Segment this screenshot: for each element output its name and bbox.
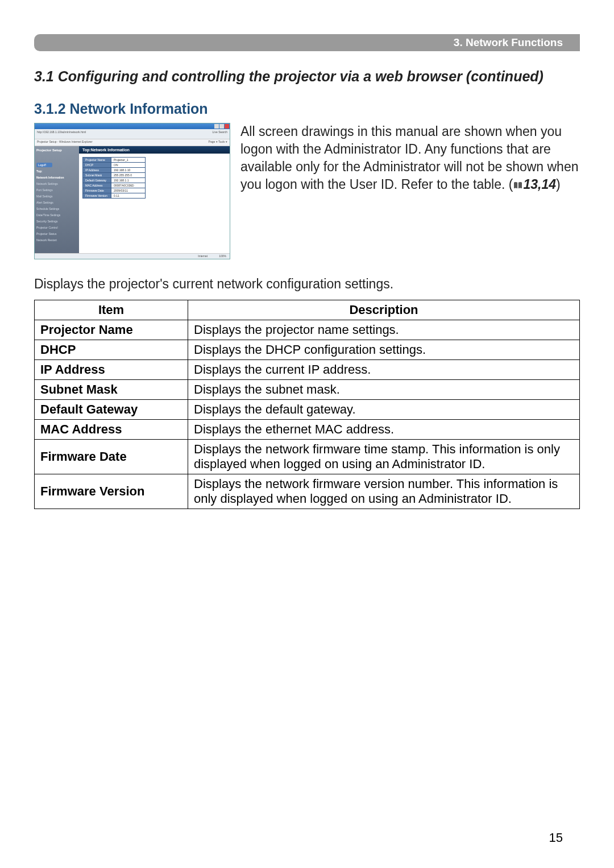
- book-icon: [513, 181, 523, 189]
- table-row: Default GatewayDisplays the default gate…: [35, 400, 580, 420]
- sidebar-item: Schedule Settings: [36, 206, 77, 211]
- screenshot-logoff: Logoff: [36, 163, 52, 167]
- table-row: IP AddressDisplays the current IP addres…: [35, 360, 580, 380]
- page-reference: 13,14: [523, 177, 556, 192]
- screenshot-sidebar-title: Projector Setup: [36, 148, 77, 161]
- table-row: MAC AddressDisplays the ethernet MAC add…: [35, 420, 580, 440]
- col-header-description: Description: [188, 300, 580, 320]
- screenshot-browser-window: http://192.168.1.10/admin/network.html L…: [34, 123, 230, 259]
- table-row: Firmware VersionDisplays the network fir…: [35, 474, 580, 509]
- sidebar-item: Top:: [36, 169, 77, 173]
- chapter-title: 3. Network Functions: [454, 36, 563, 49]
- screenshot-search: Live Search: [213, 130, 227, 138]
- section-title: 3.1 Configuring and controlling the proj…: [34, 68, 580, 85]
- screenshot-main: Top:Network Information Projector NamePr…: [79, 146, 230, 253]
- table-row: Firmware DateDisplays the network firmwa…: [35, 440, 580, 474]
- table-row: Projector NameDisplays the projector nam…: [35, 320, 580, 340]
- table-row: Subnet MaskDisplays the subnet mask.: [35, 380, 580, 400]
- table-row: DHCPDisplays the DHCP configuration sett…: [35, 340, 580, 360]
- page-number: 15: [549, 830, 563, 845]
- screenshot-addressbar: http://192.168.1.10/admin/network.html L…: [35, 129, 230, 139]
- screenshot-statusbar: Internet 100%: [35, 253, 230, 259]
- sidebar-item: Projector Control: [36, 225, 77, 230]
- sidebar-item: Network Information: [36, 175, 77, 180]
- min-icon: [214, 124, 219, 129]
- intro-paragraph: All screen drawings in this manual are s…: [240, 123, 580, 193]
- screenshot-url: http://192.168.1.10/admin/network.html: [37, 130, 86, 138]
- screenshot-sidebar: Projector Setup Logoff Top: Network Info…: [35, 146, 79, 253]
- sidebar-item: Port Settings: [36, 188, 77, 192]
- sidebar-item: Mail Settings: [36, 194, 77, 199]
- sidebar-item: Alert Settings: [36, 200, 77, 205]
- sidebar-item: Network Settings: [36, 181, 77, 186]
- screenshot-wintitle: Projector Setup - Windows Internet Explo…: [37, 140, 93, 145]
- close-icon: [225, 124, 229, 129]
- sidebar-item: Network Restart: [36, 238, 77, 242]
- col-header-item: Item: [35, 300, 188, 320]
- sidebar-item: Security Settings: [36, 219, 77, 224]
- info-table: Item Description Projector NameDisplays …: [34, 300, 580, 509]
- screenshot-toolbar2: Projector Setup - Windows Internet Explo…: [35, 139, 230, 146]
- max-icon: [219, 124, 224, 129]
- subsection-title: 3.1.2 Network Information: [34, 101, 580, 117]
- sidebar-item: Projector Status: [36, 232, 77, 236]
- sidebar-item: Date/Time Settings: [36, 213, 77, 217]
- table-caption: Displays the projector's current network…: [34, 276, 580, 292]
- chapter-header: 3. Network Functions: [34, 34, 580, 51]
- screenshot-info-table: Projector NameProjector_1 DHCPON IP Addr…: [82, 157, 146, 199]
- screenshot-titlebar: [35, 123, 230, 129]
- screenshot-main-header: Top:Network Information: [79, 146, 230, 154]
